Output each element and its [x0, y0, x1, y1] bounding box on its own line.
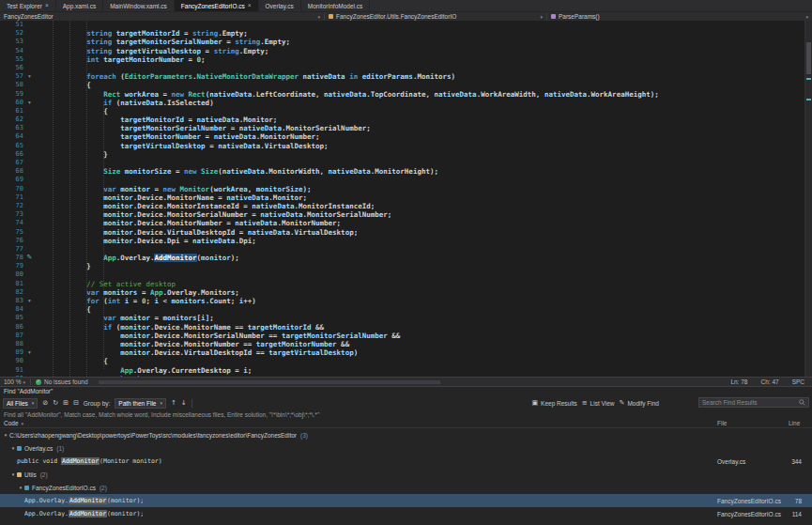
project-name: FancyZonesEditor — [4, 13, 54, 20]
type-name: FancyZonesEditor.Utils.FancyZonesEditorI… — [336, 13, 456, 20]
next-result-icon[interactable]: ↓ — [181, 400, 187, 407]
cs-file-icon — [17, 446, 22, 451]
code-line: Size monitorSize = new Size(nativeData.M… — [36, 167, 804, 176]
chevron-down-icon[interactable]: ▾ — [2, 432, 9, 438]
find-results-panel: Find "AddMonitor" All Files ▾ ⊘ ↻ ⊞ ⊟ Gr… — [0, 386, 812, 525]
project-dropdown[interactable]: FancyZonesEditor ▾ — [0, 12, 325, 21]
zoom-dropdown[interactable]: 100 % ▾ — [4, 378, 25, 385]
code-line: { — [36, 357, 804, 365]
code-line: monitor.Device.Dpi = nativeData.Dpi; — [36, 237, 804, 245]
chevron-down-icon[interactable]: ▾ — [9, 445, 17, 451]
line-number: 60 — [0, 99, 23, 107]
group-label: Utils — [24, 471, 37, 478]
collapse-chevron-icon[interactable]: ▾ — [23, 72, 36, 81]
code-line: foreach (EditorParameters.NativeMonitorD… — [36, 72, 804, 81]
code-line: targetMonitorId = nativeData.Monitor; — [36, 116, 804, 124]
code-line: int targetMonitorNumber = 0; — [36, 55, 804, 64]
line-number: 77 — [0, 245, 23, 254]
code-line: if (nativeData.IsSelected) — [36, 99, 804, 107]
tab-label: Overlay.cs — [266, 3, 294, 9]
collapse-chevron-icon[interactable]: ▾ — [23, 297, 36, 305]
line-number: 88 — [0, 340, 23, 348]
code-line: if (monitor.Device.MonitorName == target… — [36, 323, 804, 332]
tab-label: MonitorInfoModel.cs — [308, 3, 363, 9]
match-count: (2) — [100, 485, 107, 491]
find-result-item[interactable]: public void AddMonitor(Monitor monitor)O… — [0, 455, 812, 468]
tab-monitorinfomodel-cs[interactable]: MonitorInfoModel.cs — [301, 0, 371, 11]
method-icon — [551, 14, 556, 19]
line-number: 74 — [0, 219, 23, 227]
expand-all-icon[interactable]: ⊞ — [63, 400, 69, 407]
tab-app-xaml-cs[interactable]: App.xaml.cs — [56, 0, 103, 11]
code-line: targetVirtualDesktop = nativeData.Virtua… — [36, 142, 804, 150]
code-line: Rect workArea = new Rect(nativeData.Left… — [36, 90, 804, 99]
line-number: 71 — [0, 193, 23, 202]
find-result-item[interactable]: App.Overlay.AddMonitor(monitor);FancyZon… — [0, 507, 812, 520]
document-health-indicator[interactable]: ✓ No issues found — [36, 378, 88, 385]
code-filter-dropdown[interactable]: Code ▾ — [4, 420, 23, 426]
list-view-toggle[interactable]: ≡ List View — [582, 400, 615, 407]
result-line-number: 78 — [779, 498, 802, 504]
result-line-number: 344 — [779, 458, 802, 465]
line-number: 56 — [0, 64, 23, 72]
code-line: monitor.Device.MonitorNumber == targetMo… — [36, 340, 804, 348]
type-dropdown[interactable]: FancyZonesEditor.Utils.FancyZonesEditorI… — [325, 12, 547, 21]
tab-overlay-cs[interactable]: Overlay.cs — [259, 0, 301, 11]
search-icon — [799, 399, 805, 406]
edit-pencil-icon: ✎ — [23, 254, 36, 262]
chevron-down-icon[interactable]: ▾ — [17, 485, 24, 490]
find-filter-row: Code ▾ File Line — [0, 419, 812, 428]
code-line: { — [36, 107, 804, 116]
line-number: 78 — [0, 254, 23, 262]
search-find-results-input[interactable]: Search Find Results — [698, 397, 809, 408]
code-editor[interactable]: 51525354555657▾585960▾616263646566676869… — [0, 21, 812, 377]
refresh-icon[interactable]: ↻ — [53, 400, 58, 407]
scrollbar-thumb[interactable] — [99, 380, 441, 384]
column-header-file[interactable]: File — [717, 420, 727, 426]
code-line: App.Overlay.CurrentDesktop = i; — [36, 366, 804, 375]
line-number: 81 — [0, 280, 23, 288]
tab-mainwindow-xaml-cs[interactable]: MainWindow.xaml.cs — [103, 0, 175, 11]
stop-search-icon[interactable]: ⊘ — [42, 400, 48, 407]
member-dropdown[interactable]: ParseParams() ▾ — [547, 12, 812, 21]
collapse-all-icon[interactable]: ⊟ — [73, 400, 79, 407]
code-line: string targetVirtualDesktop = string.Emp… — [36, 47, 804, 55]
code-line: monitor.Device.VirtualDesktopId = native… — [36, 228, 804, 237]
find-result-item[interactable]: App.Overlay.AddMonitor(monitor);FancyZon… — [0, 494, 812, 507]
modify-find-button[interactable]: ✎ Modify Find — [620, 400, 659, 407]
find-result-group[interactable]: ▾Utils(2) — [0, 468, 812, 481]
zoom-value: 100 % — [4, 378, 21, 385]
scope-value: All Files — [7, 400, 28, 407]
tab-label: Test Explorer — [7, 3, 42, 9]
scrollbar-thumb[interactable] — [806, 42, 811, 74]
chevron-down-icon[interactable]: ▾ — [9, 471, 17, 477]
keep-results-toggle[interactable]: ▣ Keep Results — [531, 400, 576, 407]
find-result-group[interactable]: ▾C:\Users\zhaopengwang\Desktop\powertoys… — [0, 428, 812, 441]
code-line: monitor.Device.MonitorInstanceId = nativ… — [36, 202, 804, 210]
line-number: 66 — [0, 150, 23, 159]
code-line: { — [36, 81, 804, 89]
editor-horizontal-scrollbar[interactable] — [99, 379, 721, 385]
tab-fancyzoneseditorio-cs[interactable]: FancyZonesEditorIO.cs × — [175, 0, 259, 11]
column-header-line[interactable]: Line — [789, 420, 800, 426]
close-icon[interactable]: × — [248, 3, 252, 9]
line-number: 51 — [0, 21, 23, 29]
editor-vertical-scrollbar[interactable] — [804, 21, 812, 377]
code-line — [36, 176, 804, 184]
chevron-down-icon: ▾ — [22, 421, 24, 426]
editor-navigation-bar: FancyZonesEditor ▾ FancyZonesEditor.Util… — [0, 11, 812, 21]
find-result-group[interactable]: ▾Overlay.cs(1) — [0, 441, 812, 455]
previous-result-icon[interactable]: ↑ — [171, 400, 176, 407]
line-number: 79 — [0, 262, 23, 270]
tab-test-explorer[interactable]: Test Explorer × — [0, 0, 56, 11]
find-result-group[interactable]: ▾FancyZonesEditorIO.cs(2) — [0, 481, 812, 494]
scope-dropdown[interactable]: All Files ▾ — [3, 398, 38, 409]
close-icon[interactable]: × — [45, 3, 49, 9]
collapse-chevron-icon[interactable]: ▾ — [23, 99, 36, 107]
code-line: // Set active desktop — [36, 280, 804, 288]
editor-status-strip: 100 % ▾ ✓ No issues found Ln: 78 Ch: 47 … — [0, 377, 812, 386]
collapse-chevron-icon[interactable]: ▾ — [23, 348, 36, 357]
line-number: 68 — [0, 167, 23, 176]
group-by-dropdown[interactable]: Path then File ▾ — [115, 398, 166, 409]
result-snippet: App.Overlay.AddMonitor(monitor); — [24, 510, 144, 517]
